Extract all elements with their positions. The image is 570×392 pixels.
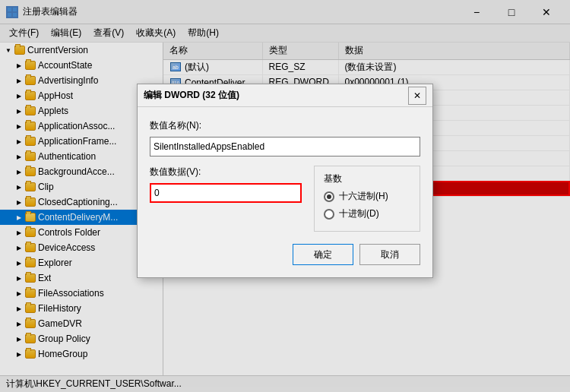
radio-hex-circle bbox=[324, 191, 334, 202]
data-left: 数值数据(V): bbox=[150, 166, 302, 232]
dialog-buttons: 确定 取消 bbox=[150, 244, 420, 265]
data-row: 数值数据(V): 基数 十六进制(H) 十进制(D) bbox=[150, 166, 420, 232]
dialog-overlay: 编辑 DWORD (32 位值) ✕ 数值名称(N): 数值数据(V): 基数 bbox=[0, 0, 570, 392]
radio-dec-circle bbox=[324, 209, 334, 220]
dialog-title-bar: 编辑 DWORD (32 位值) ✕ bbox=[138, 84, 432, 107]
name-label: 数值名称(N): bbox=[150, 119, 420, 132]
dialog-title: 编辑 DWORD (32 位值) bbox=[144, 89, 408, 102]
base-section: 基数 十六进制(H) 十进制(D) bbox=[314, 166, 420, 232]
edit-dword-dialog: 编辑 DWORD (32 位值) ✕ 数值名称(N): 数值数据(V): 基数 bbox=[137, 84, 433, 278]
data-input[interactable] bbox=[150, 183, 302, 203]
radio-hex[interactable]: 十六进制(H) bbox=[324, 190, 410, 203]
ok-button[interactable]: 确定 bbox=[293, 244, 353, 265]
radio-dec-label: 十进制(D) bbox=[339, 207, 379, 220]
dialog-body: 数值名称(N): 数值数据(V): 基数 十六进制(H) bbox=[138, 107, 432, 277]
data-label: 数值数据(V): bbox=[150, 166, 302, 179]
cancel-button[interactable]: 取消 bbox=[359, 244, 420, 265]
radio-hex-label: 十六进制(H) bbox=[339, 190, 388, 203]
name-input[interactable] bbox=[150, 137, 420, 156]
dialog-close-button[interactable]: ✕ bbox=[408, 87, 426, 105]
base-label: 基数 bbox=[324, 172, 410, 185]
base-group: 基数 十六进制(H) 十进制(D) bbox=[314, 166, 420, 232]
radio-dec[interactable]: 十进制(D) bbox=[324, 207, 410, 220]
